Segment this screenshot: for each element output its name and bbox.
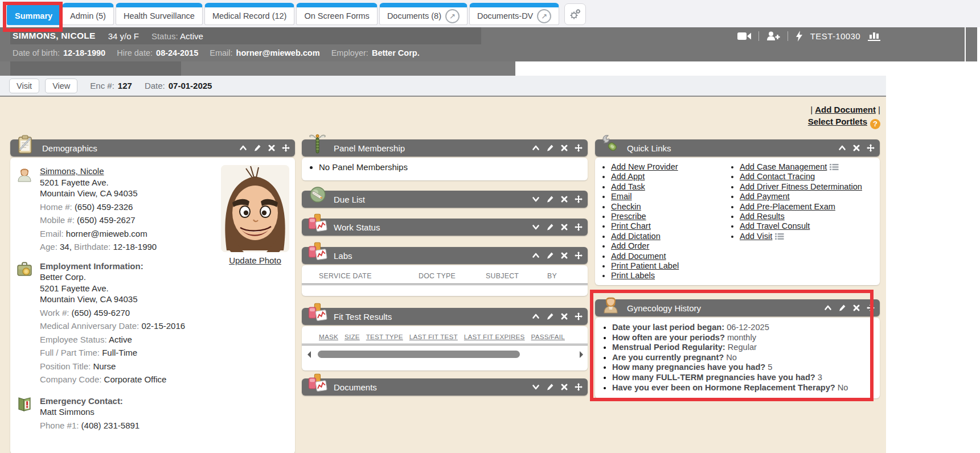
- edit-icon[interactable]: [546, 223, 554, 231]
- select-portlets-link[interactable]: Select Portlets: [808, 117, 867, 126]
- view-button[interactable]: View: [45, 79, 77, 93]
- open-in-new-icon[interactable]: ↗: [537, 9, 551, 23]
- tab-documents-dv[interactable]: Documents-DV↗: [469, 3, 559, 25]
- edit-icon[interactable]: [253, 144, 261, 152]
- fit-col-last-fit-test[interactable]: LAST FIT TEST: [409, 333, 458, 340]
- open-in-new-icon[interactable]: ↗: [445, 9, 460, 23]
- tab-summary[interactable]: Summary: [7, 3, 60, 25]
- close-icon[interactable]: [268, 144, 276, 152]
- collapse-icon[interactable]: [532, 312, 540, 320]
- close-icon[interactable]: [560, 383, 568, 391]
- tab-admin[interactable]: Admin (5): [62, 3, 114, 25]
- edit-icon[interactable]: [546, 195, 554, 203]
- move-icon[interactable]: [575, 252, 583, 260]
- tab-settings-button[interactable]: [564, 3, 586, 25]
- patient-name-link[interactable]: Simmons, Nicole: [40, 166, 104, 176]
- list-icon[interactable]: [775, 233, 784, 240]
- move-icon[interactable]: [575, 144, 583, 152]
- help-icon[interactable]: ?: [870, 119, 880, 129]
- edit-icon[interactable]: [546, 312, 554, 320]
- fit-col-mask[interactable]: MASK: [319, 333, 338, 340]
- move-icon[interactable]: [575, 195, 583, 203]
- visit-button[interactable]: Visit: [9, 79, 39, 93]
- add-visit-link[interactable]: Add Visit: [740, 232, 772, 241]
- list-icon[interactable]: [830, 163, 839, 171]
- edit-icon[interactable]: [546, 383, 554, 391]
- fit-col-pass-fail[interactable]: PASS/FAIL: [531, 333, 565, 340]
- gyn-item: Date your last period began: 06-12-2025: [612, 323, 880, 333]
- close-icon[interactable]: [560, 252, 568, 260]
- gyn-item: How many FULL-TERM pregnancies have you …: [612, 373, 880, 383]
- print-labels-link[interactable]: Print Labels: [611, 271, 655, 280]
- move-icon[interactable]: [575, 383, 583, 391]
- tab-medical-record[interactable]: Medical Record (12): [204, 3, 295, 25]
- print-patient-label-link[interactable]: Print Patient Label: [611, 261, 679, 270]
- move-icon[interactable]: [575, 312, 583, 320]
- full-part-time-value: Full-Time: [102, 348, 137, 357]
- collapse-icon[interactable]: [239, 144, 247, 152]
- scroll-right-arrow[interactable]: [580, 351, 583, 358]
- expand-icon[interactable]: [532, 223, 540, 231]
- labs-col-by: BY: [547, 272, 557, 280]
- medical-anniversary-value: 02-15-2016: [141, 321, 185, 331]
- add-contact-tracing-link[interactable]: Add Contact Tracing: [740, 172, 815, 181]
- portlet-body-panel-membership: No Panel Memberships: [302, 158, 588, 180]
- close-icon[interactable]: [560, 223, 568, 231]
- add-dictation-link[interactable]: Add Dictation: [611, 232, 661, 241]
- patient-banner: SIMMONS, NICOLE 34 y/o F Status: Active …: [0, 27, 977, 61]
- move-icon[interactable]: [575, 223, 583, 231]
- email-link[interactable]: Email: [611, 192, 632, 201]
- edit-icon[interactable]: [546, 252, 554, 260]
- scrollbar-thumb[interactable]: [318, 351, 520, 358]
- add-document-link[interactable]: Add Document: [611, 252, 666, 261]
- close-icon[interactable]: [852, 304, 860, 312]
- fit-col-test-type[interactable]: TEST TYPE: [366, 333, 403, 340]
- expand-icon[interactable]: [532, 383, 540, 391]
- add-travel-consult-link[interactable]: Add Travel Consult: [740, 221, 810, 230]
- add-order-link[interactable]: Add Order: [611, 241, 649, 250]
- video-camera-icon[interactable]: [737, 32, 751, 40]
- close-icon[interactable]: [560, 312, 568, 320]
- add-document-link[interactable]: Add Document: [815, 105, 876, 114]
- add-payment-link[interactable]: Add Payment: [740, 192, 790, 201]
- scroll-left-arrow[interactable]: [307, 351, 311, 358]
- tab-health-surveillance[interactable]: Health Surveillance: [116, 3, 203, 25]
- add-person-icon[interactable]: [766, 31, 780, 41]
- collapse-icon[interactable]: [824, 304, 832, 312]
- close-icon[interactable]: [560, 144, 568, 152]
- add-task-link[interactable]: Add Task: [611, 182, 645, 191]
- add-new-provider-link[interactable]: Add New Provider: [611, 162, 678, 171]
- collapse-icon[interactable]: [532, 144, 540, 152]
- flowsheet-chart-icon[interactable]: [868, 30, 880, 42]
- patient-photo: [221, 165, 289, 252]
- close-icon[interactable]: [852, 144, 860, 152]
- expand-icon[interactable]: [532, 195, 540, 203]
- checkin-link[interactable]: Checkin: [611, 202, 641, 211]
- prescribe-link[interactable]: Prescribe: [611, 212, 646, 221]
- edit-icon[interactable]: [838, 304, 846, 312]
- add-driver-fitness-link[interactable]: Add Driver Fitness Determination: [740, 182, 862, 191]
- age-label: Age:: [40, 242, 58, 252]
- add-appt-link[interactable]: Add Appt: [611, 172, 645, 181]
- portlet-header-panel-membership: Panel Membership: [302, 139, 588, 157]
- add-case-management-link[interactable]: Add Case Management: [740, 162, 827, 171]
- fit-col-size[interactable]: SIZE: [345, 333, 360, 340]
- move-icon[interactable]: [282, 144, 290, 152]
- update-photo-link[interactable]: Update Photo: [229, 256, 281, 265]
- lightning-bolt-icon[interactable]: [796, 31, 803, 42]
- move-icon[interactable]: [867, 304, 875, 312]
- portlet-body-demographics: Update Photo Simmons, Nicole 5201 Fayett…: [10, 158, 295, 453]
- tab-on-screen-forms[interactable]: On Screen Forms: [296, 3, 377, 25]
- lab-results-icon: [307, 373, 328, 394]
- add-pre-placement-exam-link[interactable]: Add Pre-Placement Exam: [740, 202, 835, 211]
- collapse-icon[interactable]: [532, 252, 540, 260]
- close-icon[interactable]: [560, 195, 568, 203]
- edit-icon[interactable]: [546, 144, 554, 152]
- add-results-link[interactable]: Add Results: [740, 212, 785, 221]
- fit-col-last-fit-expires[interactable]: LAST FIT EXPIRES: [464, 333, 525, 340]
- pipe: |: [810, 105, 813, 114]
- move-icon[interactable]: [867, 144, 875, 152]
- print-chart-link[interactable]: Print Chart: [611, 221, 651, 230]
- collapse-icon[interactable]: [838, 144, 846, 152]
- tab-documents[interactable]: Documents (8)↗: [379, 3, 468, 25]
